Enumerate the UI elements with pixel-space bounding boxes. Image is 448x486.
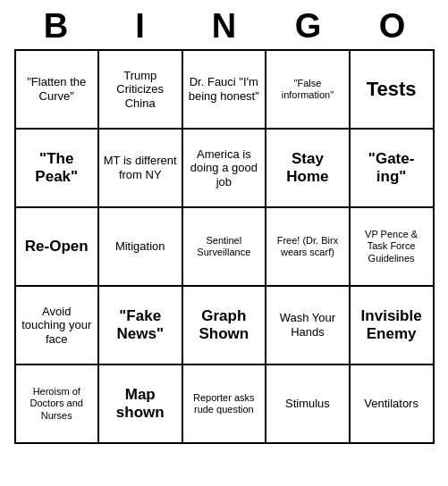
cell-r3-c4: Invisible Enemy xyxy=(350,286,434,364)
cell-r0-c3: "False information" xyxy=(266,50,350,129)
cell-r2-c1: Mitigation xyxy=(98,207,182,286)
cell-r4-c4: Ventilators xyxy=(350,364,434,443)
cell-r0-c4: Tests xyxy=(350,50,434,129)
cell-r1-c3: Stay Home xyxy=(266,129,350,207)
cell-r2-c4: VP Pence & Task Force Guidelines xyxy=(350,207,434,286)
cell-r1-c1: MT is different from NY xyxy=(98,129,182,207)
cell-r4-c0: Heroism of Doctors and Nurses xyxy=(15,364,98,443)
cell-r3-c1: "Fake News" xyxy=(98,286,182,364)
cell-r1-c4: "Gate-ing" xyxy=(350,129,434,207)
cell-r3-c2: Graph Shown xyxy=(182,286,266,364)
cell-r0-c0: "Flatten the Curve" xyxy=(15,50,98,129)
cell-r0-c2: Dr. Fauci "I'm being honest" xyxy=(182,50,266,129)
cell-r4-c3: Stimulus xyxy=(266,364,350,443)
cell-r3-c3: Wash Your Hands xyxy=(266,286,350,364)
title-o: O xyxy=(353,7,432,46)
title-g: G xyxy=(269,7,348,46)
cell-r2-c2: Sentinel Surveillance xyxy=(182,207,266,286)
bingo-title: B I N G O xyxy=(14,0,435,49)
cell-r1-c2: America is doing a good job xyxy=(182,129,266,207)
cell-r3-c0: Avoid touching your face xyxy=(15,286,98,364)
cell-r2-c3: Free! (Dr. Birx wears scarf) xyxy=(266,207,350,286)
title-n: N xyxy=(185,7,264,46)
cell-r2-c0: Re-Open xyxy=(15,207,98,286)
cell-r4-c2: Reporter asks rude question xyxy=(182,364,266,443)
bingo-grid: "Flatten the Curve"Trump Criticizes Chin… xyxy=(14,49,435,444)
cell-r4-c1: Map shown xyxy=(98,364,182,443)
cell-r1-c0: "The Peak" xyxy=(15,129,98,207)
cell-r0-c1: Trump Criticizes China xyxy=(98,50,182,129)
title-i: I xyxy=(101,7,180,46)
title-b: B xyxy=(17,7,96,46)
